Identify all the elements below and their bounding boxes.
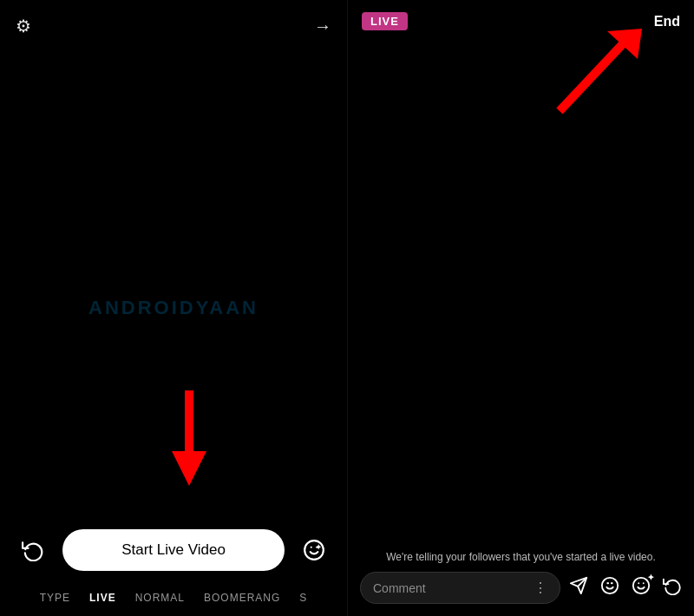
right-bottom-area: We're telling your followers that you've…	[348, 542, 694, 616]
tab-s[interactable]: S	[299, 592, 307, 604]
more-options-icon[interactable]: ⋮	[534, 580, 547, 596]
followers-text: We're telling your followers that you've…	[360, 551, 682, 563]
tab-live[interactable]: LIVE	[89, 592, 116, 604]
tab-boomerang[interactable]: BOOMERANG	[204, 592, 280, 604]
emoji-add-icon[interactable]: ✦	[632, 576, 651, 600]
emoji-wave-icon[interactable]	[600, 576, 619, 600]
left-tabs: TYPE LIVE NORMAL BOOMERANG S	[0, 583, 347, 616]
tab-normal[interactable]: NORMAL	[135, 592, 185, 604]
live-badge: LIVE	[362, 12, 408, 30]
left-panel: ⚙ → ANDROIDYAAN Start Live Video	[0, 0, 347, 616]
end-button[interactable]: End	[654, 14, 680, 29]
svg-point-9	[602, 578, 618, 593]
arrow-up-right-indicator	[542, 24, 646, 120]
svg-marker-1	[172, 451, 206, 486]
start-live-button[interactable]: Start Live Video	[62, 529, 285, 571]
arrow-right-icon[interactable]: →	[314, 16, 331, 36]
start-live-row: Start Live Video ✦	[0, 529, 347, 571]
refresh-icon-right[interactable]	[663, 576, 682, 600]
left-bottom-area: Start Live Video ✦ TYPE LIVE NORMAL BOOM…	[0, 529, 347, 616]
left-top-bar: ⚙ →	[0, 0, 347, 52]
refresh-icon[interactable]	[17, 534, 49, 566]
svg-line-5	[560, 37, 629, 111]
tab-type[interactable]: TYPE	[40, 592, 70, 604]
effects-icon[interactable]: ✦	[298, 534, 330, 566]
comment-row: Comment ⋮	[360, 572, 682, 604]
arrow-down-indicator	[163, 390, 215, 495]
gear-icon[interactable]: ⚙	[16, 16, 31, 36]
right-panel: LIVE End We're telling your followers th…	[347, 0, 694, 616]
watermark: ANDROIDYAAN	[88, 297, 259, 319]
comment-input-wrapper[interactable]: Comment ⋮	[360, 572, 560, 604]
direct-send-icon[interactable]	[569, 576, 588, 600]
right-icons-row: ✦	[569, 576, 682, 600]
comment-placeholder: Comment	[373, 581, 534, 595]
